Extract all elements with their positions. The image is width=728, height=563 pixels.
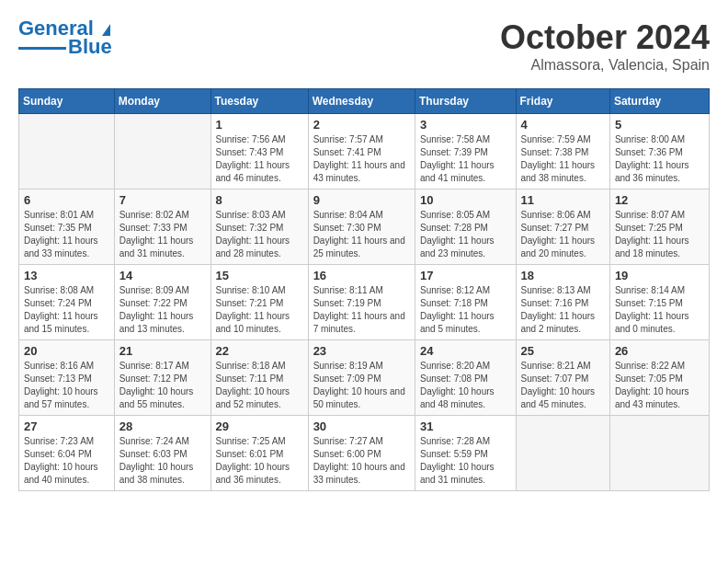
week-row-2: 13Sunrise: 8:08 AM Sunset: 7:24 PM Dayli… [19, 265, 710, 340]
header-thursday: Thursday [415, 89, 516, 114]
day-number: 23 [313, 344, 410, 358]
logo-underline [18, 47, 66, 50]
calendar-cell: 7Sunrise: 8:02 AM Sunset: 7:33 PM Daylig… [114, 190, 210, 265]
day-number: 9 [313, 193, 410, 207]
calendar-cell [609, 416, 709, 491]
day-info: Sunrise: 8:09 AM Sunset: 7:22 PM Dayligh… [119, 284, 206, 336]
day-number: 15 [216, 269, 303, 282]
calendar-subtitle: Almassora, Valencia, Spain [500, 57, 710, 74]
day-info: Sunrise: 8:17 AM Sunset: 7:12 PM Dayligh… [119, 360, 206, 411]
day-number: 31 [420, 419, 511, 433]
week-row-3: 20Sunrise: 8:16 AM Sunset: 7:13 PM Dayli… [19, 340, 710, 416]
day-number: 7 [119, 193, 206, 207]
calendar-header: Sunday Monday Tuesday Wednesday Thursday… [19, 89, 710, 114]
day-number: 2 [313, 118, 410, 132]
calendar-cell: 4Sunrise: 7:59 AM Sunset: 7:38 PM Daylig… [516, 114, 609, 190]
week-row-0: 1Sunrise: 7:56 AM Sunset: 7:43 PM Daylig… [19, 114, 710, 190]
day-info: Sunrise: 8:07 AM Sunset: 7:25 PM Dayligh… [615, 209, 704, 260]
day-number: 22 [216, 344, 303, 358]
day-number: 16 [313, 269, 410, 282]
day-info: Sunrise: 7:56 AM Sunset: 7:43 PM Dayligh… [216, 133, 303, 185]
day-info: Sunrise: 8:14 AM Sunset: 7:15 PM Dayligh… [615, 284, 704, 336]
day-number: 4 [521, 118, 605, 132]
day-info: Sunrise: 8:08 AM Sunset: 7:24 PM Dayligh… [24, 284, 109, 336]
day-number: 13 [24, 269, 109, 282]
day-number: 17 [420, 269, 511, 282]
calendar-cell: 14Sunrise: 8:09 AM Sunset: 7:22 PM Dayli… [114, 265, 210, 340]
day-number: 27 [24, 419, 109, 433]
calendar-cell [114, 114, 210, 190]
day-info: Sunrise: 8:03 AM Sunset: 7:32 PM Dayligh… [216, 209, 303, 260]
day-info: Sunrise: 8:10 AM Sunset: 7:21 PM Dayligh… [216, 284, 303, 336]
day-number: 11 [521, 193, 605, 207]
day-info: Sunrise: 7:28 AM Sunset: 5:59 PM Dayligh… [420, 435, 511, 487]
day-info: Sunrise: 8:16 AM Sunset: 7:13 PM Dayligh… [24, 360, 109, 411]
day-info: Sunrise: 8:00 AM Sunset: 7:36 PM Dayligh… [615, 133, 704, 185]
calendar-cell: 8Sunrise: 8:03 AM Sunset: 7:32 PM Daylig… [210, 190, 308, 265]
day-info: Sunrise: 8:19 AM Sunset: 7:09 PM Dayligh… [313, 360, 410, 411]
header-tuesday: Tuesday [210, 89, 308, 114]
day-info: Sunrise: 8:22 AM Sunset: 7:05 PM Dayligh… [615, 360, 704, 411]
day-info: Sunrise: 8:02 AM Sunset: 7:33 PM Dayligh… [119, 209, 206, 260]
day-info: Sunrise: 8:13 AM Sunset: 7:16 PM Dayligh… [521, 284, 605, 336]
calendar-body: 1Sunrise: 7:56 AM Sunset: 7:43 PM Daylig… [19, 114, 710, 491]
logo-blue-text: Blue [68, 37, 112, 57]
day-number: 19 [615, 269, 704, 282]
calendar-cell: 5Sunrise: 8:00 AM Sunset: 7:36 PM Daylig… [609, 114, 709, 190]
day-number: 28 [119, 419, 206, 433]
day-number: 29 [216, 419, 303, 433]
day-info: Sunrise: 8:21 AM Sunset: 7:07 PM Dayligh… [521, 360, 605, 411]
day-info: Sunrise: 8:20 AM Sunset: 7:08 PM Dayligh… [420, 360, 511, 411]
calendar-cell [19, 114, 115, 190]
day-info: Sunrise: 8:04 AM Sunset: 7:30 PM Dayligh… [313, 209, 410, 260]
calendar-cell: 12Sunrise: 8:07 AM Sunset: 7:25 PM Dayli… [609, 190, 709, 265]
day-info: Sunrise: 8:11 AM Sunset: 7:19 PM Dayligh… [313, 284, 410, 336]
calendar-cell: 31Sunrise: 7:28 AM Sunset: 5:59 PM Dayli… [415, 416, 516, 491]
calendar-table: Sunday Monday Tuesday Wednesday Thursday… [18, 88, 710, 491]
calendar-cell: 9Sunrise: 8:04 AM Sunset: 7:30 PM Daylig… [308, 190, 415, 265]
calendar-cell: 29Sunrise: 7:25 AM Sunset: 6:01 PM Dayli… [210, 416, 308, 491]
day-info: Sunrise: 7:24 AM Sunset: 6:03 PM Dayligh… [119, 435, 206, 487]
calendar-cell: 1Sunrise: 7:56 AM Sunset: 7:43 PM Daylig… [210, 114, 308, 190]
day-number: 24 [420, 344, 511, 358]
day-number: 3 [420, 118, 511, 132]
day-info: Sunrise: 8:05 AM Sunset: 7:28 PM Dayligh… [420, 209, 511, 260]
day-number: 14 [119, 269, 206, 282]
calendar-cell: 24Sunrise: 8:20 AM Sunset: 7:08 PM Dayli… [415, 340, 516, 416]
calendar-cell: 22Sunrise: 8:18 AM Sunset: 7:11 PM Dayli… [210, 340, 308, 416]
day-number: 8 [216, 193, 303, 207]
calendar-cell: 16Sunrise: 8:11 AM Sunset: 7:19 PM Dayli… [308, 265, 415, 340]
header-saturday: Saturday [609, 89, 709, 114]
day-number: 18 [521, 269, 605, 282]
title-block: October 2024 Almassora, Valencia, Spain [500, 18, 710, 74]
calendar-cell: 30Sunrise: 7:27 AM Sunset: 6:00 PM Dayli… [308, 416, 415, 491]
week-row-4: 27Sunrise: 7:23 AM Sunset: 6:04 PM Dayli… [19, 416, 710, 491]
day-number: 12 [615, 193, 704, 207]
calendar-cell: 21Sunrise: 8:17 AM Sunset: 7:12 PM Dayli… [114, 340, 210, 416]
day-info: Sunrise: 8:06 AM Sunset: 7:27 PM Dayligh… [521, 209, 605, 260]
header-monday: Monday [114, 89, 210, 114]
calendar-cell: 13Sunrise: 8:08 AM Sunset: 7:24 PM Dayli… [19, 265, 115, 340]
calendar-cell: 18Sunrise: 8:13 AM Sunset: 7:16 PM Dayli… [516, 265, 609, 340]
calendar-cell: 23Sunrise: 8:19 AM Sunset: 7:09 PM Dayli… [308, 340, 415, 416]
day-number: 1 [216, 118, 303, 132]
day-number: 20 [24, 344, 109, 358]
calendar-cell: 3Sunrise: 7:58 AM Sunset: 7:39 PM Daylig… [415, 114, 516, 190]
calendar-cell: 17Sunrise: 8:12 AM Sunset: 7:18 PM Dayli… [415, 265, 516, 340]
day-info: Sunrise: 8:01 AM Sunset: 7:35 PM Dayligh… [24, 209, 109, 260]
day-number: 5 [615, 118, 704, 132]
day-info: Sunrise: 7:57 AM Sunset: 7:41 PM Dayligh… [313, 133, 410, 185]
day-info: Sunrise: 8:18 AM Sunset: 7:11 PM Dayligh… [216, 360, 303, 411]
day-info: Sunrise: 7:58 AM Sunset: 7:39 PM Dayligh… [420, 133, 511, 185]
day-number: 10 [420, 193, 511, 207]
logo: General Blue [18, 18, 112, 57]
calendar-cell: 20Sunrise: 8:16 AM Sunset: 7:13 PM Dayli… [19, 340, 115, 416]
calendar-cell: 6Sunrise: 8:01 AM Sunset: 7:35 PM Daylig… [19, 190, 115, 265]
day-info: Sunrise: 8:12 AM Sunset: 7:18 PM Dayligh… [420, 284, 511, 336]
calendar-cell: 15Sunrise: 8:10 AM Sunset: 7:21 PM Dayli… [210, 265, 308, 340]
day-number: 25 [521, 344, 605, 358]
day-info: Sunrise: 7:23 AM Sunset: 6:04 PM Dayligh… [24, 435, 109, 487]
calendar-cell: 11Sunrise: 8:06 AM Sunset: 7:27 PM Dayli… [516, 190, 609, 265]
header-friday: Friday [516, 89, 609, 114]
day-info: Sunrise: 7:59 AM Sunset: 7:38 PM Dayligh… [521, 133, 605, 185]
